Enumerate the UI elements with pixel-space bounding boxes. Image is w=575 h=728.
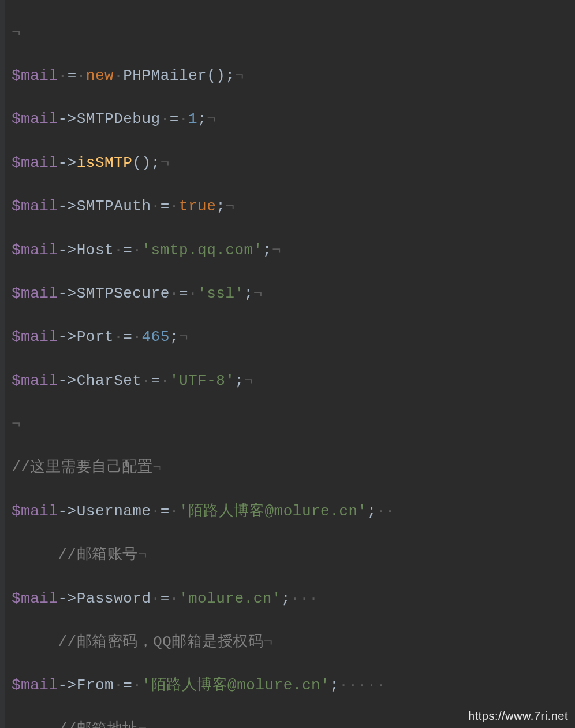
code-line: //这里需要自己配置¬ xyxy=(12,457,575,479)
watermark-text: https://www.7ri.net xyxy=(468,708,568,725)
code-line: $mail·=·new·PHPMailer();¬ xyxy=(12,65,575,87)
code-line: $mail->isSMTP();¬ xyxy=(12,153,575,174)
editor-gutter xyxy=(0,0,5,728)
code-line: ¬ xyxy=(12,22,575,44)
code-line: $mail->Username·=·'陌路人博客@molure.cn';·· xyxy=(12,501,575,523)
code-line: $mail->CharSet·=·'UTF-8';¬ xyxy=(12,370,575,392)
code-line: $mail->SMTPAuth·=·true;¬ xyxy=(12,196,575,218)
code-line: $mail->Host·=·'smtp.qq.com';¬ xyxy=(12,240,575,262)
code-line: $mail->Password·=·'molure.cn';··· xyxy=(12,588,575,610)
code-line: ¬ xyxy=(12,414,575,436)
code-line: //邮箱账号¬ xyxy=(12,544,575,566)
code-editor[interactable]: ¬ $mail·=·new·PHPMailer();¬ $mail->SMTPD… xyxy=(0,0,575,728)
code-line: $mail->SMTPSecure·=·'ssl';¬ xyxy=(12,283,575,305)
code-line: $mail->From·=·'陌路人博客@molure.cn';····· xyxy=(12,675,575,697)
code-line: $mail->Port·=·465;¬ xyxy=(12,326,575,348)
code-line: $mail->SMTPDebug·=·1;¬ xyxy=(12,109,575,131)
code-line: //邮箱密码，QQ邮箱是授权码¬ xyxy=(12,632,575,653)
